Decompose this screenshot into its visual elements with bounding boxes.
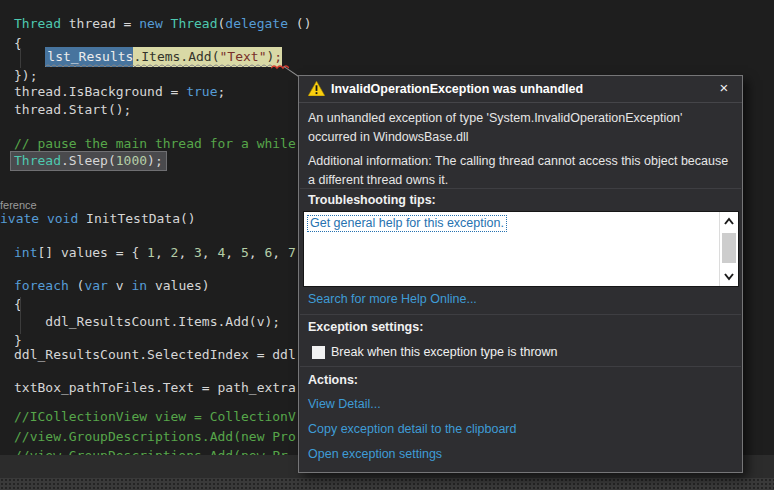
exception-message: An unhandled exception of type 'System.I… bbox=[308, 109, 732, 147]
code-line: thread.Start(); bbox=[14, 102, 131, 118]
code-line: ddl_ResultsCount.SelectedIndex = ddl bbox=[14, 347, 296, 363]
divider bbox=[300, 366, 741, 367]
warning-icon bbox=[308, 81, 325, 96]
view-detail-link[interactable]: View Detail... bbox=[308, 397, 381, 411]
reference-squiggle-underline bbox=[45, 63, 272, 70]
troubleshooting-tips-box: Get general help for this exception. bbox=[303, 211, 739, 287]
code-line: // pause the main thread for a while bbox=[14, 136, 296, 152]
close-icon[interactable]: × bbox=[715, 79, 733, 97]
code-line: int[] values = { 1, 2, 3, 4, 5, 6, 7 bbox=[14, 245, 296, 261]
dialog-title: InvalidOperationException was unhandled bbox=[331, 82, 583, 96]
code-line: ivate void InitTestData() bbox=[0, 211, 196, 227]
search-help-online-link[interactable]: Search for more Help Online... bbox=[308, 292, 477, 306]
general-help-link[interactable]: Get general help for this exception. bbox=[307, 215, 507, 232]
additional-information: Additional information: The calling thre… bbox=[308, 152, 732, 190]
dialog-titlebar: InvalidOperationException was unhandled … bbox=[299, 76, 742, 103]
code-line: //ICollectionView view = CollectionV bbox=[14, 409, 296, 425]
exception-settings-heading: Exception settings: bbox=[308, 320, 423, 334]
current-statement-box: Thread.Sleep(1000); bbox=[10, 151, 167, 171]
actions-heading: Actions: bbox=[308, 373, 358, 387]
divider bbox=[300, 188, 741, 189]
code-line: ddl_ResultsCount.Items.Add(v); bbox=[14, 314, 280, 330]
indent-guide bbox=[20, 48, 21, 68]
divider bbox=[300, 314, 741, 315]
code-line: Thread.Sleep(1000); bbox=[14, 153, 167, 169]
code-line: txtBox_pathToFiles.Text = path_extra bbox=[14, 380, 296, 396]
window-texture-strip bbox=[0, 478, 774, 490]
exception-assistant-dialog: InvalidOperationException was unhandled … bbox=[298, 75, 743, 473]
code-line: //view.GroupDescriptions.Add(new Pro bbox=[14, 429, 296, 445]
code-line: Thread thread = new Thread(delegate () bbox=[14, 16, 311, 32]
code-line: thread.IsBackground = true; bbox=[14, 84, 225, 100]
break-on-exception-checkbox[interactable] bbox=[312, 346, 325, 359]
troubleshooting-heading: Troubleshooting tips: bbox=[308, 193, 436, 207]
indent-guide bbox=[20, 297, 21, 334]
code-line: }); bbox=[14, 68, 37, 84]
scrollbar-thumb[interactable] bbox=[722, 233, 736, 263]
scroll-up-icon[interactable] bbox=[722, 215, 736, 229]
code-line: foreach (var v in values) bbox=[14, 278, 210, 294]
scroll-down-icon[interactable] bbox=[722, 269, 736, 283]
tips-scrollbar[interactable] bbox=[719, 212, 738, 286]
open-exception-settings-link[interactable]: Open exception settings bbox=[308, 447, 442, 461]
copy-exception-detail-link[interactable]: Copy exception detail to the clipboard bbox=[308, 422, 516, 436]
break-on-exception-label: Break when this exception type is thrown bbox=[331, 345, 558, 359]
code-line: //view.GroupDescriptions.Add(new Pr bbox=[14, 448, 288, 455]
